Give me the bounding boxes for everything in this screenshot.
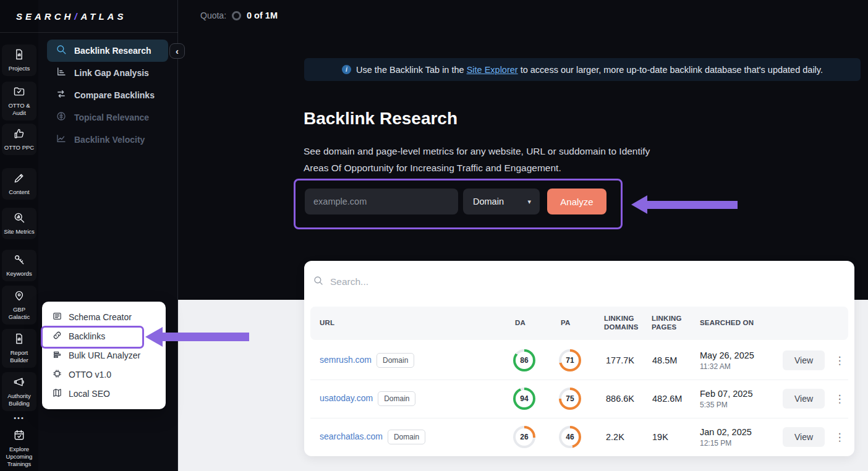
popup-item-bulk-url-analyzer[interactable]: Bulk URL Analyzer xyxy=(46,346,162,365)
submenu-item-topical-relevance: Topical Relevance xyxy=(47,106,168,129)
site-explorer-link[interactable]: Site Explorer xyxy=(467,65,518,75)
scope-selected-value: Domain xyxy=(473,197,504,206)
sidebar-header: SEARCH/ATLAS xyxy=(0,0,178,33)
submenu-item-backlink-research[interactable]: Backlink Research xyxy=(47,40,168,62)
sidebar-item-projects[interactable]: Projects xyxy=(2,45,36,76)
logo-slash: / xyxy=(74,11,80,22)
logo-text-search: SEARCH xyxy=(16,11,74,22)
kebab-menu-icon[interactable]: ⋮ xyxy=(833,354,846,367)
view-button[interactable]: View xyxy=(783,389,825,409)
da-score-ring: 26 xyxy=(513,426,535,448)
searched-on-cell: May 26, 2025 11:32 AM xyxy=(700,350,754,371)
stacked-bars-icon xyxy=(52,349,62,362)
sidebar-item-gbp-galactic[interactable]: GBP Galactic xyxy=(2,286,36,325)
linking-pages-value: 482.6M xyxy=(652,394,682,404)
kebab-menu-icon[interactable]: ⋮ xyxy=(833,431,846,444)
sidebar-item-keywords[interactable]: Keywords xyxy=(2,250,36,281)
searched-time: 11:32 AM xyxy=(700,362,754,371)
searched-date: May 26, 2025 xyxy=(700,350,754,360)
sidebar-item-label: OTTO & Audit xyxy=(4,102,35,117)
searched-date: Jan 02, 2025 xyxy=(700,427,752,437)
view-button[interactable]: View xyxy=(783,350,825,370)
da-score-value: 86 xyxy=(516,352,533,369)
app-window: SEARCH/ATLAS Quota: 0 of 1M Projects OTT… xyxy=(0,0,868,471)
thumbs-up-icon xyxy=(13,127,25,142)
searched-time: 12:15 PM xyxy=(700,439,752,448)
info-banner: i Use the Backlink Tab in the Site Explo… xyxy=(304,58,861,81)
pa-score-value: 46 xyxy=(561,428,579,446)
da-score-ring: 94 xyxy=(513,388,535,410)
sidebar-item-label: GBP Galactic xyxy=(4,306,35,321)
table-row: searchatlas.comDomain 26 46 2.2K 19K Jan… xyxy=(310,418,848,456)
sidebar-item-label: Report Builder xyxy=(4,349,35,364)
pa-score-ring: 71 xyxy=(559,349,581,371)
column-header-url: URL xyxy=(320,319,334,328)
da-score-value: 94 xyxy=(516,390,533,407)
domain-input[interactable] xyxy=(305,189,458,214)
ai-chip-icon xyxy=(52,368,62,381)
url-cell: usatoday.comDomain xyxy=(320,391,415,406)
banner-text-post: to access our larger, more up-to-date ba… xyxy=(521,65,823,75)
column-header-da: DA xyxy=(515,319,525,328)
map-icon xyxy=(52,388,62,400)
more-options-icon[interactable]: ••• xyxy=(0,414,38,422)
sidebar-item-explore-trainings[interactable]: Explore Upcoming Trainings xyxy=(2,425,36,471)
pa-score-ring: 75 xyxy=(559,388,581,410)
description-line-1: See domain and page-level metrics for an… xyxy=(304,143,650,159)
submenu-item-backlink-velocity: Backlink Velocity xyxy=(47,129,168,151)
linking-domains-value: 2.2K xyxy=(606,432,624,442)
linking-pages-value: 19K xyxy=(652,432,668,442)
sidebar-item-label: Keywords xyxy=(4,270,35,278)
domain-type-badge: Domain xyxy=(378,391,415,406)
column-header-pa: PA xyxy=(561,319,571,328)
searchatlas-logo: SEARCH/ATLAS xyxy=(16,11,126,22)
sidebar-item-otto-audit[interactable]: OTTO & Audit xyxy=(2,82,36,121)
swap-arrows-icon xyxy=(56,88,67,102)
popup-item-local-seo[interactable]: Local SEO xyxy=(46,384,162,403)
url-link[interactable]: searchatlas.com xyxy=(320,431,383,441)
popup-item-otto-v1[interactable]: OTTO v1.0 xyxy=(46,365,162,384)
submenu-item-link-gap-analysis[interactable]: Link Gap Analysis xyxy=(47,62,168,84)
column-header-linking-pages: LINKING PAGES xyxy=(652,315,687,332)
popup-item-schema-creator[interactable]: Schema Creator xyxy=(46,308,162,326)
sidebar-item-authority-building[interactable]: Authority Building xyxy=(2,372,36,411)
popup-item-backlinks[interactable]: Backlinks xyxy=(46,327,162,346)
da-score-ring: 86 xyxy=(513,349,535,371)
url-cell: searchatlas.comDomain xyxy=(320,430,425,444)
quota-label: Quota: xyxy=(200,11,226,20)
sidebar-item-content[interactable]: Content xyxy=(2,168,36,200)
megaphone-icon xyxy=(13,376,25,391)
url-link[interactable]: semrush.com xyxy=(320,355,372,365)
sidebar-item-label: OTTO PPC xyxy=(4,144,35,151)
submenu-item-compare-backlinks[interactable]: Compare Backlinks xyxy=(47,84,168,106)
searched-on-cell: Jan 02, 2025 12:15 PM xyxy=(700,427,752,448)
chevron-down-icon: ▾ xyxy=(527,198,531,206)
sidebar-item-site-metrics[interactable]: Site Metrics xyxy=(2,208,36,239)
linking-domains-value: 177.7K xyxy=(606,355,634,365)
submenu-item-label: Backlink Velocity xyxy=(74,135,145,145)
url-link[interactable]: usatoday.com xyxy=(320,393,373,403)
sidebar-item-report-builder[interactable]: Report Builder xyxy=(2,329,36,368)
analyze-button[interactable]: Analyze xyxy=(547,189,606,214)
popup-item-label: Local SEO xyxy=(69,389,110,399)
kebab-menu-icon[interactable]: ⋮ xyxy=(833,392,846,405)
sidebar-item-label: Content xyxy=(4,189,35,196)
table-search-input[interactable] xyxy=(330,276,701,287)
form-list-icon xyxy=(52,311,62,323)
sidebar-item-label: Explore Upcoming Trainings xyxy=(4,446,35,468)
linking-pages-value: 48.5M xyxy=(652,355,677,365)
logo-text-atlas: ATLAS xyxy=(81,11,127,22)
results-table-card: URL DA PA LINKING DOMAINS LINKING PAGES … xyxy=(304,261,854,456)
description-line-2: Areas Of Opportunity for Increasing Traf… xyxy=(304,159,650,176)
scope-select[interactable]: Domain ▾ xyxy=(463,189,540,214)
popup-item-label: Backlinks xyxy=(69,331,105,341)
table-search xyxy=(313,261,832,303)
sidebar-collapse-button[interactable]: ‹ xyxy=(169,43,185,59)
tools-popup-menu: Schema Creator Backlinks Bulk URL Analyz… xyxy=(42,302,166,409)
sidebar-item-otto-ppc[interactable]: OTTO PPC xyxy=(2,124,36,155)
searched-time: 5:35 PM xyxy=(700,401,752,409)
sidebar-item-label: Authority Building xyxy=(4,392,35,407)
domain-type-badge: Domain xyxy=(377,353,414,368)
view-button[interactable]: View xyxy=(783,427,825,447)
quota-indicator: Quota: 0 of 1M xyxy=(200,11,278,20)
